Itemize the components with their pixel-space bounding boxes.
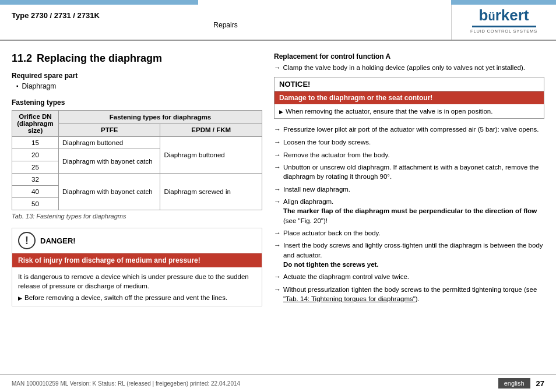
table-row: 32 Diaphragm with bayonet catch Diaphrag… (12, 174, 262, 186)
arrow-symbol: → (274, 125, 281, 135)
epdm-cell: Diaphragm screwed in (160, 174, 262, 210)
arrow-symbol: → (274, 137, 281, 147)
arrow-symbol: → (274, 150, 281, 160)
right-column: Replacement for control function A→Clamp… (274, 52, 544, 306)
burkert-logo: bürkert FLUID CONTROL SYSTEMS (470, 6, 537, 34)
step-item: →Unbutton or unscrew old diaphragm. If a… (274, 163, 544, 181)
step-text: Place actuator back on the body. (283, 228, 381, 238)
arrow-symbol: → (274, 197, 281, 207)
table-row: 15 Diaphragm buttoned Diaphragm buttoned (12, 137, 262, 149)
table-caption: Tab. 13: Fastening types for diaphragms (12, 213, 262, 220)
footer-right: english 27 (498, 378, 544, 389)
orifice-cell: 50 (12, 198, 59, 210)
notice-arrow-item: When removing the actuator, ensure that … (279, 108, 539, 115)
header-subtitle: Repairs (12, 21, 439, 29)
orifice-cell: 20 (12, 149, 59, 161)
section-number: 11.2 (12, 52, 32, 65)
step-text: Install new diaphragm. (283, 185, 350, 194)
step-item: →Insert the body screws and lightly cros… (274, 241, 544, 269)
ptfe-cell: Diaphragm buttoned (58, 137, 160, 149)
step-item: →Loosen the four body screws. (274, 137, 544, 147)
col-fastening-header: Fastening types for diaphragms (58, 111, 262, 124)
replacement-heading: Replacement for control function A (274, 52, 544, 61)
notice-body: When removing the actuator, ensure that … (275, 104, 544, 118)
footer-page: 27 (536, 379, 544, 388)
remaining-steps: →Pressurize lower pilot air port of the … (274, 125, 544, 303)
orifice-cell: 25 (12, 161, 59, 174)
header-title: Type 2730 / 2731 / 2731K (12, 11, 439, 20)
header-left: Type 2730 / 2731 / 2731K Repairs (0, 0, 451, 40)
danger-red-banner: Risk of injury from discharge of medium … (12, 253, 262, 267)
header-logo: bürkert FLUID CONTROL SYSTEMS (451, 0, 556, 40)
step-text: Align diaphragm.The marker flap of the d… (283, 197, 544, 225)
ptfe-cell: Diaphragm with bayonet catch (58, 174, 160, 210)
step-item: →Without pressurization tighten the body… (274, 285, 544, 303)
main-content: 11.2 Replacing the diaphragm Required sp… (0, 41, 556, 312)
step-text: Remove the actuator from the body. (283, 150, 390, 160)
arrow-symbol: → (274, 163, 281, 172)
footer: MAN 1000010259 ML Version: K Status: RL … (0, 374, 556, 392)
danger-arrow-item: Before removing a device, switch off the… (18, 294, 256, 301)
danger-box: ! DANGER! Risk of injury from discharge … (12, 228, 262, 306)
orifice-cell: 32 (12, 174, 59, 186)
notice-red-row: Damage to the diaphragm or the seat cont… (275, 91, 544, 104)
arrow-symbol: → (274, 228, 281, 238)
logo-text: bürkert (479, 6, 529, 24)
spare-part-item: Diaphragm (12, 82, 262, 90)
spare-part-label: Required spare part (12, 72, 262, 80)
footer-lang: english (498, 378, 530, 389)
step-text: Insert the body screws and lightly cross… (283, 241, 544, 269)
epdm-cell: Diaphragm buttoned (160, 137, 262, 174)
step-text: Loosen the four body screws. (283, 137, 371, 147)
notice-title: NOTICE! (275, 77, 544, 91)
step-item: →Actuate the diaphragm control valve twi… (274, 272, 544, 282)
step-text: Without pressurization tighten the body … (283, 285, 544, 303)
notice-box: NOTICE! Damage to the diaphragm or the s… (274, 77, 544, 119)
danger-title: DANGER! (40, 236, 76, 245)
danger-header: ! DANGER! (12, 228, 262, 253)
step-item: →Align diaphragm.The marker flap of the … (274, 197, 544, 225)
orifice-cell: 15 (12, 137, 59, 149)
step-text: Pressurize lower pilot air port of the a… (283, 125, 539, 134)
left-column: 11.2 Replacing the diaphragm Required sp… (12, 52, 262, 306)
col-epdm-header: EPDM / FKM (160, 123, 262, 137)
step-item: →Install new diaphragm. (274, 185, 544, 195)
arrow-symbol: → (274, 241, 281, 250)
arrow-symbol: → (274, 285, 281, 295)
col-ptfe-header: PTFE (58, 123, 160, 137)
step-text: Unbutton or unscrew old diaphragm. If at… (283, 163, 544, 181)
fastening-table: Orifice DN (diaphragm size) Fastening ty… (12, 110, 262, 210)
logo-tagline: FLUID CONTROL SYSTEMS (470, 29, 537, 34)
first-step-wrapper: →Clamp the valve body in a holding devic… (274, 64, 544, 71)
step-item: →Place actuator back on the body. (274, 228, 544, 238)
orifice-cell: 40 (12, 186, 59, 198)
ptfe-cell: Diaphragm with bayonet catch (58, 149, 160, 174)
danger-body: It is dangerous to remove a device which… (12, 267, 262, 306)
footer-text: MAN 1000010259 ML Version: K Status: RL … (12, 380, 240, 387)
arrow-symbol: → (274, 185, 281, 195)
fastening-label: Fastening types (12, 98, 262, 107)
section-heading: 11.2 Replacing the diaphragm (12, 52, 262, 65)
section-title: Replacing the diaphragm (37, 52, 162, 65)
step-text: Actuate the diaphragm control valve twic… (283, 272, 409, 281)
col-orifice-header: Orifice DN (diaphragm size) (12, 111, 59, 137)
step-item: →Pressurize lower pilot air port of the … (274, 125, 544, 135)
danger-icon: ! (18, 232, 36, 249)
page-header: Type 2730 / 2731 / 2731K Repairs bürkert… (0, 0, 556, 41)
danger-body-text: It is dangerous to remove a device which… (18, 272, 256, 291)
arrow-symbol: → (274, 272, 281, 282)
step-item: →Remove the actuator from the body. (274, 150, 544, 160)
